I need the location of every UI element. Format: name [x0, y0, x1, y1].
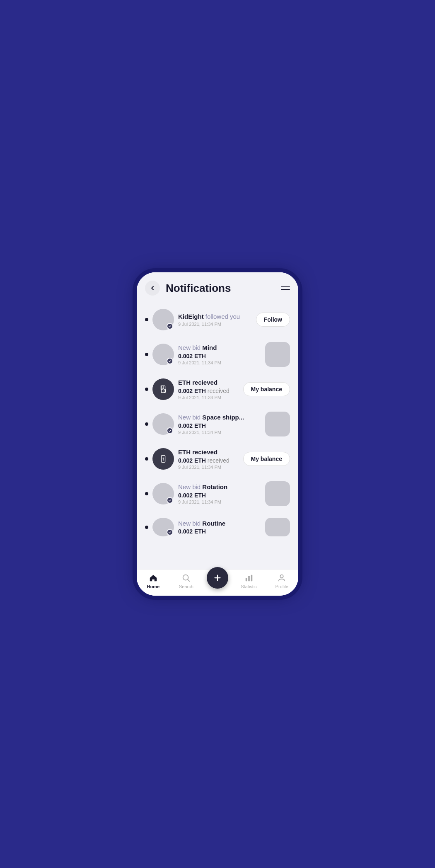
notif-time: 9 Jul 2021, 11:34 PM [178, 395, 239, 400]
nav-plus-button[interactable] [207, 567, 228, 589]
home-icon [148, 573, 158, 583]
nav-label-profile: Profile [276, 584, 288, 589]
nav-item-search[interactable]: Search [174, 573, 198, 589]
notif-content: New bid Routine 0.002 ETH [178, 519, 261, 535]
avatar-wrap [152, 309, 174, 330]
notif-type: ETH recieved [178, 379, 218, 386]
nft-thumbnail [265, 342, 290, 367]
notif-content: ETH recieved 0.002 ETH received 9 Jul 20… [178, 448, 239, 470]
my-balance-button-2[interactable]: My balance [243, 452, 290, 466]
notif-type: New bid [178, 414, 202, 421]
notification-item-4: New bid Space shipp... 0.002 ETH 9 Jul 2… [137, 406, 298, 442]
eth-icon-avatar [152, 448, 174, 470]
notification-item-3: ETH recieved 0.002 ETH received 9 Jul 20… [137, 373, 298, 406]
notifications-list: KidEight followed you 9 Jul 2021, 11:34 … [137, 300, 298, 569]
statistic-icon [244, 573, 254, 583]
nav-label-statistic: Statistic [241, 584, 257, 589]
svg-point-4 [163, 458, 164, 459]
notif-time: 9 Jul 2021, 11:34 PM [178, 465, 239, 470]
unread-dot [145, 492, 148, 495]
notif-type: ETH recieved [178, 449, 218, 456]
notif-title: ETH recieved [178, 448, 239, 456]
nft-thumbnail [265, 481, 290, 506]
my-balance-button[interactable]: My balance [243, 382, 290, 396]
header: Notifications [137, 272, 298, 300]
screen: Notifications KidEight [137, 272, 298, 596]
page-title: Notifications [166, 282, 281, 295]
nav-item-home[interactable]: Home [141, 573, 166, 589]
notif-title: New bid Routine [178, 519, 261, 528]
notif-content: New bid Space shipp... 0.002 ETH 9 Jul 2… [178, 413, 261, 435]
svg-point-2 [163, 388, 164, 389]
notif-action-label: followed you [205, 313, 240, 320]
search-icon [181, 573, 191, 583]
avatar-wrap [152, 448, 174, 470]
verified-badge [167, 323, 173, 330]
notif-nft-name: Mind [202, 344, 217, 351]
notification-item-1: KidEight followed you 9 Jul 2021, 11:34 … [137, 303, 298, 336]
notif-user: KidEight [178, 313, 204, 320]
follow-button[interactable]: Follow [256, 313, 290, 327]
profile-icon [277, 573, 287, 583]
menu-button[interactable] [281, 286, 290, 290]
notif-title: New bid Mind [178, 344, 261, 352]
notif-title: New bid Space shipp... [178, 413, 261, 422]
unread-dot [145, 457, 148, 461]
notif-title: KidEight followed you [178, 313, 252, 321]
notif-time: 9 Jul 2021, 11:34 PM [178, 499, 261, 504]
unread-dot [145, 388, 148, 391]
notif-time: 9 Jul 2021, 11:34 PM [178, 322, 252, 327]
notification-item-5: ETH recieved 0.002 ETH received 9 Jul 20… [137, 442, 298, 475]
notif-type: New bid [178, 520, 202, 527]
avatar-wrap [152, 483, 174, 504]
avatar-wrap [152, 413, 174, 435]
notification-item-2: New bid Mind 0.002 ETH 9 Jul 2021, 11:34… [137, 336, 298, 373]
notif-title: New bid Rotation [178, 483, 261, 491]
nav-item-profile[interactable]: Profile [269, 573, 294, 589]
verified-badge [167, 529, 173, 536]
notif-amount: 0.002 ETH [178, 528, 261, 535]
notif-amount: 0.002 ETH received [178, 457, 239, 464]
avatar-wrap [152, 344, 174, 365]
notification-item-7: New bid Routine 0.002 ETH [137, 512, 298, 542]
svg-rect-7 [245, 578, 247, 581]
unread-dot [145, 422, 148, 426]
verified-badge [167, 358, 173, 364]
notif-nft-name: Rotation [202, 483, 227, 490]
notif-title: ETH recieved [178, 378, 239, 387]
avatar-wrap [152, 378, 174, 400]
notif-amount: 0.002 ETH [178, 422, 261, 429]
svg-rect-8 [248, 576, 250, 581]
notif-amount: 0.002 ETH [178, 492, 261, 499]
svg-point-10 [280, 575, 283, 578]
notif-action: Follow [256, 313, 290, 327]
notif-content: New bid Mind 0.002 ETH 9 Jul 2021, 11:34… [178, 344, 261, 365]
phone-frame: Notifications KidEight [137, 272, 298, 596]
back-button[interactable] [145, 281, 160, 296]
nav-label-search: Search [179, 584, 193, 589]
notif-amount: 0.002 ETH received [178, 388, 239, 394]
verified-badge [167, 497, 173, 504]
notif-nft-name: Routine [202, 520, 225, 527]
notif-nft-name: Space shipp... [202, 414, 244, 421]
avatar-wrap [152, 518, 174, 536]
nav-item-statistic[interactable]: Statistic [237, 573, 261, 589]
notif-amount: 0.002 ETH [178, 353, 261, 359]
notif-suffix: received [208, 457, 230, 464]
unread-dot [145, 526, 148, 529]
unread-dot [145, 353, 148, 356]
notif-type: New bid [178, 344, 202, 351]
notif-content: ETH recieved 0.002 ETH received 9 Jul 20… [178, 378, 239, 400]
bottom-nav: Home Search [137, 569, 298, 596]
notif-time: 9 Jul 2021, 11:34 PM [178, 360, 261, 365]
notif-time: 9 Jul 2021, 11:34 PM [178, 430, 261, 435]
notif-type: New bid [178, 483, 202, 490]
notif-content: New bid Rotation 0.002 ETH 9 Jul 2021, 1… [178, 483, 261, 504]
verified-badge [167, 427, 173, 434]
nft-thumbnail [265, 412, 290, 436]
eth-icon-avatar [152, 378, 174, 400]
unread-dot [145, 318, 148, 321]
nft-thumbnail [265, 518, 290, 536]
notif-action: My balance [243, 382, 290, 396]
notification-item-6: New bid Rotation 0.002 ETH 9 Jul 2021, 1… [137, 475, 298, 512]
